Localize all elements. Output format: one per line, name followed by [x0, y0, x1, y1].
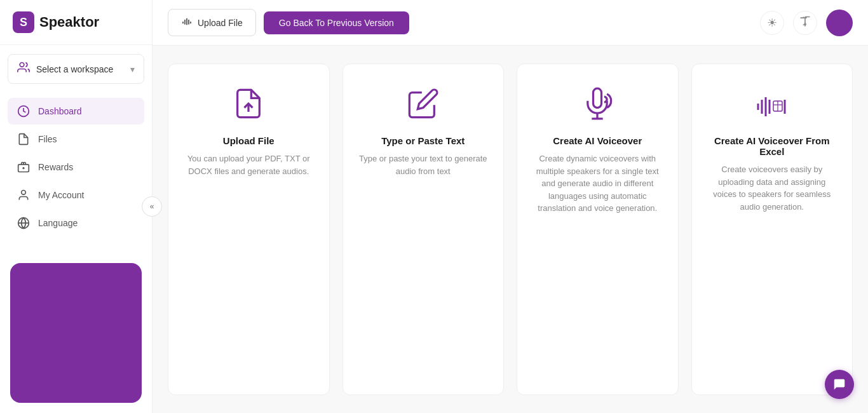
logo-area: S Speaktor [0, 0, 152, 45]
translate-button[interactable] [793, 11, 817, 35]
type-paste-card-icon [407, 87, 440, 123]
sun-icon: ☀ [767, 16, 777, 30]
ai-voiceover-excel-card-icon [756, 87, 789, 123]
nav-items: Dashboard Files R [0, 93, 152, 241]
ai-voiceover-excel-card-title: Create AI Voiceover From Excel [707, 135, 837, 157]
files-label: Files [38, 134, 57, 144]
upload-file-card-desc: You can upload your PDF, TXT or DOCX fil… [184, 152, 314, 177]
sidebar-item-dashboard[interactable]: Dashboard [8, 98, 144, 125]
type-paste-card[interactable]: Type or Paste Text Type or paste your te… [342, 64, 505, 395]
ai-voiceover-excel-card-desc: Create voiceovers easily by uploading da… [707, 163, 837, 213]
workspace-selector[interactable]: Select a workspace ▾ [8, 54, 144, 84]
main-content: Upload File Go Back To Previous Version … [153, 0, 868, 413]
rewards-icon [17, 161, 31, 173]
chat-button[interactable] [825, 370, 854, 399]
upload-file-card[interactable]: Upload File You can upload your PDF, TXT… [168, 64, 330, 395]
upload-file-button[interactable]: Upload File [168, 9, 256, 36]
ai-voiceover-card-desc: Create dynamic voiceovers with multiple … [532, 152, 663, 215]
dashboard-label: Dashboard [38, 106, 82, 116]
rewards-label: Rewards [38, 162, 73, 172]
top-bar: Upload File Go Back To Previous Version … [153, 0, 868, 46]
workspace-icon [17, 61, 30, 77]
logo-icon: S [13, 11, 34, 33]
collapse-icon: « [150, 202, 154, 211]
sidebar-item-files[interactable]: Files [8, 126, 144, 152]
dashboard-icon [17, 105, 31, 118]
sidebar-item-rewards[interactable]: Rewards [8, 154, 144, 180]
language-label: Language [38, 218, 78, 228]
logo-text: Speaktor [39, 14, 99, 30]
ai-voiceover-card[interactable]: Create AI Voiceover Create dynamic voice… [517, 64, 679, 395]
upload-file-card-icon [232, 87, 265, 123]
sidebar: S Speaktor Select a workspace ▾ [0, 0, 153, 413]
sidebar-item-my-account[interactable]: My Account [8, 182, 144, 208]
dashboard-grid: Upload File You can upload your PDF, TXT… [153, 46, 868, 413]
svg-point-5 [22, 191, 26, 195]
svg-point-0 [20, 63, 24, 67]
account-block [10, 263, 142, 403]
my-account-icon [17, 189, 31, 201]
my-account-label: My Account [38, 190, 84, 200]
sidebar-item-language[interactable]: Language [8, 210, 144, 236]
user-avatar[interactable] [826, 10, 853, 36]
ai-voiceover-excel-card[interactable]: Create AI Voiceover From Excel Create vo… [691, 64, 853, 395]
upload-waveform-icon [181, 16, 193, 29]
type-paste-card-title: Type or Paste Text [381, 135, 465, 146]
workspace-label: Select a workspace [36, 64, 113, 74]
theme-toggle-button[interactable]: ☀ [760, 11, 784, 35]
workspace-chevron-icon: ▾ [130, 64, 135, 74]
sidebar-bottom [0, 253, 152, 413]
files-icon [17, 133, 31, 146]
language-icon [17, 217, 31, 229]
sidebar-collapse-button[interactable]: « [142, 196, 162, 217]
upload-file-card-title: Upload File [223, 135, 275, 146]
type-paste-card-desc: Type or paste your text to generate audi… [358, 152, 489, 177]
go-back-button[interactable]: Go Back To Previous Version [264, 11, 409, 34]
upload-button-label: Upload File [198, 18, 243, 28]
ai-voiceover-card-icon [581, 87, 614, 123]
ai-voiceover-card-title: Create AI Voiceover [553, 135, 642, 146]
translate-icon [799, 15, 811, 30]
chat-icon [832, 377, 846, 391]
